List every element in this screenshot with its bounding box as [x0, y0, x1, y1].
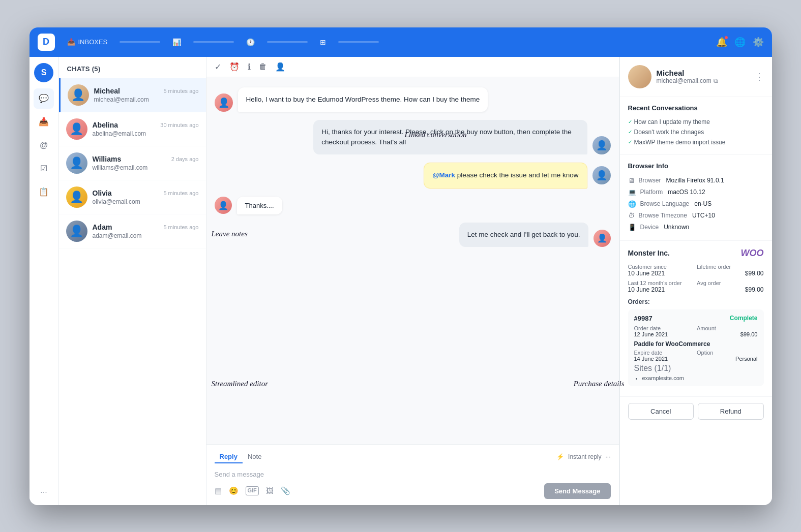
nav-grid-icon[interactable]: ⊞ — [320, 38, 326, 46]
tab-reply[interactable]: Reply — [215, 451, 243, 463]
tab-note[interactable]: Note — [243, 451, 266, 463]
assign-icon[interactable]: 👤 — [275, 62, 285, 72]
nav-divider-2 — [193, 41, 234, 43]
lightning-icon: ⚡ — [556, 453, 564, 460]
chat-name: Abelina — [93, 121, 118, 129]
instant-reply-button[interactable]: ⚡ Instant reply ··· — [556, 453, 610, 460]
chat-time: 5 minutes ago — [163, 224, 198, 230]
refund-button[interactable]: Refund — [698, 403, 764, 420]
chat-info: Olivia 5 minutes ago olivia@email.com — [93, 189, 199, 205]
cancel-button[interactable]: Cancel — [628, 403, 694, 420]
chat-time: 5 minutes ago — [163, 190, 198, 196]
nav-clock-icon[interactable]: 🕐 — [246, 38, 255, 46]
sites-label: Sites (1/1) — [634, 364, 758, 373]
sidebar-more-icon[interactable]: ··· — [40, 488, 47, 497]
check-icon[interactable]: ✓ — [215, 62, 221, 72]
user-avatar[interactable]: S — [34, 63, 53, 82]
chat-item[interactable]: 👤 Abelina 30 minutes ago abelina@email.c… — [59, 112, 206, 146]
app-logo[interactable]: D — [38, 34, 55, 51]
chat-email: adam@email.com — [93, 232, 199, 239]
chat-email: abelina@email.com — [93, 130, 199, 137]
last-order-block: Last 12 month's order 10 June 2021 — [628, 280, 695, 293]
chat-item[interactable]: 👤 Adam 5 minutes ago adam@email.com — [59, 214, 206, 248]
woo-header: Monster Inc. WOO — [628, 248, 764, 259]
lifetime-order-block: Lifetime order $99.00 — [697, 264, 764, 277]
recent-conv-item[interactable]: ✓ MaxWP theme demo import issue — [628, 137, 764, 147]
recent-conv-item[interactable]: ✓ Doesn't work the chnages — [628, 127, 764, 137]
message-input[interactable]: Send a message — [215, 468, 611, 483]
image-icon[interactable]: 🖼 — [266, 486, 274, 495]
language-icon: 🌐 — [628, 200, 636, 208]
order-number: #9987 — [634, 315, 652, 322]
message-avatar: 👤 — [592, 136, 611, 154]
browser-info-title: Browser Info — [628, 162, 764, 170]
snooze-icon[interactable]: ⏰ — [229, 62, 240, 72]
sidebar-item-reports[interactable]: 📋 — [34, 182, 54, 202]
sidebar-item-inbox[interactable]: 📥 — [34, 112, 54, 132]
browser-info-item: 🌐 Browse Language en-US — [628, 198, 764, 210]
copy-email-icon[interactable]: ⧉ — [714, 77, 718, 84]
sidebar-item-tasks[interactable]: ☑ — [34, 159, 54, 179]
sidebar-item-chats[interactable]: 💬 — [34, 88, 54, 109]
settings-button[interactable]: ⚙️ — [753, 37, 764, 48]
contact-avatar — [628, 65, 651, 88]
browser-info-item: 🖥 Browser Mozilla Firefox 91.0.1 — [628, 175, 764, 186]
message-avatar: 👤 — [594, 230, 611, 247]
chats-panel: CHATS (5) 👤 Micheal 5 minutes ago michea… — [59, 57, 206, 505]
delete-icon[interactable]: 🗑 — [259, 62, 267, 71]
gif-icon[interactable]: GIF — [246, 486, 259, 495]
message-customer: 👤 Hello, I want to buy the Edumod WordPr… — [215, 87, 488, 112]
expire-date-block: Expire date 14 June 2021 — [634, 350, 695, 362]
nav-inboxes[interactable]: 📥 INBOXES — [67, 38, 108, 46]
platform-icon: 💻 — [628, 189, 636, 196]
order-card: #9987 Complete Order date 12 June 2021 A… — [628, 309, 764, 386]
contact-more-icon[interactable]: ⋮ — [755, 71, 764, 82]
option-block: Option Personal — [697, 350, 758, 362]
sidebar-item-mentions[interactable]: @ — [34, 135, 54, 155]
notifications-button[interactable]: 🔔 — [716, 37, 727, 48]
info-icon[interactable]: ℹ — [248, 62, 251, 72]
message-note: 👤 @Mark please check the issue and let m… — [424, 163, 610, 188]
order-site: examplesite.com — [642, 375, 758, 381]
avatar: 👤 — [66, 118, 87, 140]
emoji-icon[interactable]: 😊 — [229, 486, 239, 495]
message-small: 👤 Thanks.... — [215, 197, 282, 214]
nav-chart-icon[interactable]: 📊 — [172, 38, 181, 46]
chat-item[interactable]: 👤 Micheal 5 minutes ago micheal@email.co… — [59, 78, 206, 112]
chat-time: 2 days ago — [171, 156, 199, 162]
order-actions: Cancel Refund — [620, 397, 772, 426]
order-amount-block: Amount $99.00 — [697, 325, 758, 337]
avatar: 👤 — [66, 221, 87, 242]
nav-right: 🔔 🌐 ⚙️ — [716, 37, 764, 48]
avatar: 👤 — [66, 186, 87, 208]
order-sub-grid: Expire date 14 June 2021 Option Personal — [634, 350, 758, 362]
chat-item[interactable]: 👤 Williams 2 days ago williams@email.com — [59, 146, 206, 180]
send-message-button[interactable]: Send Message — [544, 483, 610, 499]
nav-divider-4 — [338, 41, 379, 43]
attach-icon[interactable]: 📎 — [281, 486, 290, 495]
message-agent: 👤 Hi, thanks for your interest. Please, … — [313, 120, 610, 155]
chat-time: 5 minutes ago — [163, 88, 198, 94]
avatar: 👤 — [68, 84, 89, 106]
chat-name: Micheal — [94, 87, 120, 95]
message-avatar: 👤 — [215, 93, 233, 112]
order-product: Paddle for WooCommerce — [634, 340, 758, 348]
globe-button[interactable]: 🌐 — [734, 37, 746, 48]
reply-tools: ▤ 😊 GIF 🖼 📎 — [215, 486, 290, 495]
contact-email: micheal@email.com ⧉ — [657, 77, 718, 84]
check-icon: ✓ — [628, 139, 632, 145]
format-icon[interactable]: ▤ — [215, 486, 222, 495]
chat-item[interactable]: 👤 Olivia 5 minutes ago olivia@email.com — [59, 180, 206, 214]
message-note-bubble: @Mark please check the issue and let me … — [424, 163, 587, 188]
message-bubble-small: Thanks.... — [237, 197, 282, 214]
recent-conv-item[interactable]: ✓ How can I update my theme — [628, 117, 764, 127]
chat-info: Williams 2 days ago williams@email.com — [93, 155, 199, 171]
message-bubble-small: Let me check and I'll get back to you. — [459, 223, 588, 247]
top-nav: D 📥 INBOXES 📊 🕐 ⊞ 🔔 🌐 ⚙️ — [29, 27, 772, 57]
chat-info: Abelina 30 minutes ago abelina@email.com — [93, 121, 199, 137]
chat-main-wrapper: ✓ ⏰ ℹ 🗑 👤 👤 Hello, I want to buy the Edu… — [206, 57, 619, 505]
nav-divider-3 — [267, 41, 308, 43]
more-options-icon[interactable]: ··· — [605, 453, 610, 460]
browser-info-section: Browser Info 🖥 Browser Mozilla Firefox 9… — [620, 155, 772, 241]
woo-grid: Customer since 10 June 2021 Lifetime ord… — [628, 264, 764, 293]
